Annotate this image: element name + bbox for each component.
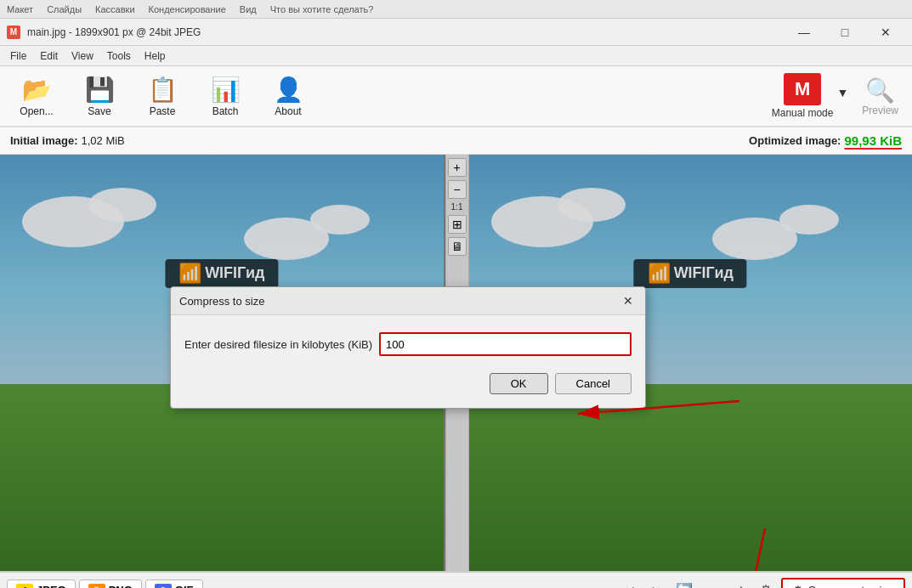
png-label: PNG: [109, 584, 133, 589]
open-label: Open...: [20, 105, 53, 117]
dialog-content: Enter desired filesize in kilobytes (KiB…: [171, 315, 645, 408]
bottom-right-tools: ↩ ↪ 🔄 ↔ ⇄ ⚙ ⚙ Compress to size: [618, 578, 905, 589]
batch-label: Batch: [212, 105, 239, 117]
redo-button[interactable]: ↪: [645, 578, 669, 588]
titlebar: M main.jpg - 1899x901 px @ 24bit JPEG — …: [0, 19, 912, 46]
manual-mode-icon: M: [784, 73, 821, 105]
paste-label: Paste: [150, 105, 176, 117]
preview-button[interactable]: 🔍 Preview: [855, 73, 905, 120]
menubar: File Edit View Tools Help: [0, 46, 912, 66]
dialog-close-button[interactable]: ✕: [620, 292, 637, 309]
about-label: About: [275, 105, 301, 117]
main-area: 📶 WIFIГид + − 1:1 ⊞ 🖥 📶: [0, 155, 912, 571]
settings-button[interactable]: ⚙: [754, 578, 778, 588]
gif-format-button[interactable]: G GIF: [145, 580, 203, 589]
topnav-item[interactable]: Конденсирование: [149, 4, 226, 14]
paste-icon: 📋: [148, 76, 178, 104]
filesize-input[interactable]: [379, 332, 632, 356]
preview-icon: 🔍: [865, 76, 895, 105]
minimize-button[interactable]: —: [785, 19, 824, 46]
gif-label: GIF: [175, 584, 194, 589]
save-label: Save: [88, 105, 110, 117]
jpeg-label: JPEG: [37, 584, 66, 589]
dialog-titlebar: Compress to size ✕: [171, 287, 645, 315]
toolbar-right: M Manual mode ▼ 🔍 Preview: [765, 70, 905, 122]
batch-button[interactable]: 📊 Batch: [195, 69, 255, 123]
app-icon: M: [7, 25, 20, 39]
top-navigation: Макет Слайды Кассавки Конденсирование Ви…: [0, 0, 912, 19]
topnav-item[interactable]: Макет: [7, 4, 33, 14]
dialog-ok-button[interactable]: OK: [490, 373, 548, 394]
maximize-button[interactable]: □: [825, 19, 864, 46]
dialog-title: Compress to size: [179, 295, 264, 308]
svg-line-2: [739, 529, 765, 571]
menu-tools[interactable]: Tools: [100, 48, 138, 64]
compress-icon: ⚙: [793, 584, 803, 589]
window-controls: — □ ✕: [785, 19, 905, 46]
dialog-input-label: Enter desired filesize in kilobytes (KiB…: [184, 338, 372, 351]
undo-button[interactable]: ↩: [618, 578, 642, 588]
save-button[interactable]: 💾 Save: [70, 69, 129, 123]
topnav-item[interactable]: Слайды: [47, 4, 82, 14]
menu-file[interactable]: File: [3, 48, 33, 64]
preview-label: Preview: [862, 105, 898, 116]
optimized-value: 99,93 KiB: [844, 133, 902, 148]
menu-help[interactable]: Help: [138, 48, 173, 64]
batch-icon: 📊: [211, 76, 241, 104]
about-icon: 👤: [274, 76, 303, 104]
compress-dialog: Compress to size ✕ Enter desired filesiz…: [170, 286, 646, 409]
png-icon: P: [88, 584, 105, 588]
initial-value: 1,02 MiB: [81, 134, 124, 147]
paste-button[interactable]: 📋 Paste: [133, 69, 192, 123]
menu-edit[interactable]: Edit: [33, 48, 65, 64]
compress-to-size-button[interactable]: ⚙ Compress to size: [781, 578, 905, 589]
about-button[interactable]: 👤 About: [258, 69, 318, 123]
jpeg-format-button[interactable]: J JPEG: [7, 580, 76, 589]
topnav-item[interactable]: Что вы хотите сделать?: [270, 4, 374, 14]
rotate-right-button[interactable]: ↔: [700, 578, 723, 588]
window-title: main.jpg - 1899x901 px @ 24bit JPEG: [27, 26, 785, 38]
compress-label: Compress to size: [808, 584, 893, 589]
open-button[interactable]: 📂 Open...: [7, 69, 66, 123]
optimized-label: Optimized image:: [749, 134, 841, 147]
open-icon: 📂: [22, 76, 52, 104]
bottombar: J JPEG P PNG G GIF ↩ ↪ 🔄 ↔ ⇄ ⚙ ⚙ Compres…: [0, 571, 912, 588]
toolbar: 📂 Open... 💾 Save 📋 Paste 📊 Batch 👤 About…: [0, 66, 912, 127]
topnav-item[interactable]: Вид: [240, 4, 257, 14]
close-button[interactable]: ✕: [866, 19, 905, 46]
dialog-input-row: Enter desired filesize in kilobytes (KiB…: [184, 332, 632, 356]
menu-view[interactable]: View: [65, 48, 100, 64]
flip-button[interactable]: ⇄: [727, 578, 751, 588]
manual-mode-button[interactable]: M Manual mode: [765, 70, 841, 122]
infobar: Initial image: 1,02 MiB Optimized image:…: [0, 127, 912, 155]
rotate-left-button[interactable]: 🔄: [672, 578, 696, 588]
mode-dropdown-arrow[interactable]: ▼: [836, 86, 848, 99]
dialog-overlay: Compress to size ✕ Enter desired filesiz…: [0, 155, 912, 571]
gif-icon: G: [155, 584, 172, 588]
dialog-buttons: OK Cancel: [184, 373, 632, 394]
png-format-button[interactable]: P PNG: [79, 580, 142, 589]
manual-mode-label: Manual mode: [772, 107, 834, 119]
save-icon: 💾: [85, 76, 115, 104]
dialog-cancel-button[interactable]: Cancel: [555, 373, 632, 394]
initial-label: Initial image:: [10, 134, 77, 147]
topnav-item[interactable]: Кассавки: [95, 4, 134, 14]
jpeg-icon: J: [16, 584, 33, 588]
